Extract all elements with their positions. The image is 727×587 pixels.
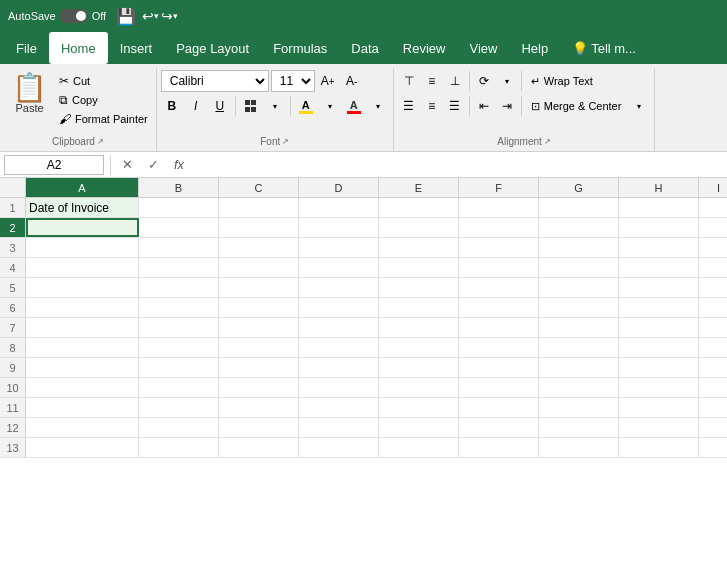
quick-access-dropdown[interactable]: ▾ bbox=[173, 11, 178, 21]
col-header-a[interactable]: A bbox=[26, 178, 139, 197]
row-num-6[interactable]: 6 bbox=[0, 298, 26, 317]
font-color-dropdown[interactable]: ▾ bbox=[367, 95, 389, 117]
row-num-10[interactable]: 10 bbox=[0, 378, 26, 397]
format-painter-button[interactable]: 🖌 Format Painter bbox=[55, 110, 152, 128]
cell-d1[interactable] bbox=[299, 198, 379, 217]
font-size-select[interactable]: 11 bbox=[271, 70, 315, 92]
cell-d2[interactable] bbox=[299, 218, 379, 237]
text-direction-btn[interactable]: ⟳ bbox=[473, 70, 495, 92]
row-num-3[interactable]: 3 bbox=[0, 238, 26, 257]
row-num-7[interactable]: 7 bbox=[0, 318, 26, 337]
merge-center-icon: ⊡ bbox=[531, 100, 540, 113]
align-center-btn[interactable]: ≡ bbox=[421, 95, 443, 117]
menu-item-tell-me[interactable]: 💡Tell m... bbox=[560, 32, 648, 64]
cell-h1[interactable] bbox=[619, 198, 699, 217]
font-expand-icon[interactable]: ↗ bbox=[282, 137, 289, 146]
undo-btn[interactable]: ↩ bbox=[142, 8, 154, 24]
wrap-text-button[interactable]: ↵ Wrap Text bbox=[525, 73, 599, 90]
name-box[interactable] bbox=[4, 155, 104, 175]
cell-g2[interactable] bbox=[539, 218, 619, 237]
paste-button[interactable]: 📋 Paste bbox=[4, 70, 55, 118]
align-middle-btn[interactable]: ≡ bbox=[421, 70, 443, 92]
redo-btn[interactable]: ↪ bbox=[161, 8, 173, 24]
col-header-c[interactable]: C bbox=[219, 178, 299, 197]
cell-c1[interactable] bbox=[219, 198, 299, 217]
row-num-12[interactable]: 12 bbox=[0, 418, 26, 437]
menu-item-file[interactable]: File bbox=[4, 32, 49, 64]
align-right-btn[interactable]: ☰ bbox=[444, 95, 466, 117]
row-num-11[interactable]: 11 bbox=[0, 398, 26, 417]
align-bottom-btn[interactable]: ⊥ bbox=[444, 70, 466, 92]
menu-item-home[interactable]: Home bbox=[49, 32, 108, 64]
row-num-8[interactable]: 8 bbox=[0, 338, 26, 357]
menu-item-review[interactable]: Review bbox=[391, 32, 458, 64]
autosave-toggle[interactable] bbox=[60, 9, 88, 23]
save-icon[interactable]: 💾 bbox=[116, 7, 136, 26]
row-num-2[interactable]: 2 bbox=[0, 218, 26, 237]
formula-confirm-icon[interactable]: ✓ bbox=[143, 157, 163, 172]
cell-i1[interactable] bbox=[699, 198, 727, 217]
font-family-select[interactable]: Calibri bbox=[161, 70, 269, 92]
align-left-btn[interactable]: ☰ bbox=[398, 95, 420, 117]
format-painter-label: Format Painter bbox=[75, 113, 148, 125]
col-header-h[interactable]: H bbox=[619, 178, 699, 197]
undo-dropdown[interactable]: ▾ bbox=[154, 11, 159, 21]
cell-e2[interactable] bbox=[379, 218, 459, 237]
col-header-d[interactable]: D bbox=[299, 178, 379, 197]
alignment-expand-icon[interactable]: ↗ bbox=[544, 137, 551, 146]
col-header-e[interactable]: E bbox=[379, 178, 459, 197]
menu-item-help[interactable]: Help bbox=[509, 32, 560, 64]
col-header-i[interactable]: I bbox=[699, 178, 727, 197]
merge-center-button[interactable]: ⊡ Merge & Center bbox=[525, 98, 628, 115]
cell-b2[interactable] bbox=[139, 218, 219, 237]
cut-button[interactable]: ✂ Cut bbox=[55, 72, 152, 90]
clipboard-expand-icon[interactable]: ↗ bbox=[97, 137, 104, 146]
border-button[interactable] bbox=[240, 95, 262, 117]
menu-item-view[interactable]: View bbox=[457, 32, 509, 64]
cell-a2[interactable] bbox=[26, 218, 139, 237]
cell-c2[interactable] bbox=[219, 218, 299, 237]
increase-font-btn[interactable]: A+ bbox=[317, 70, 339, 92]
row-num-1[interactable]: 1 bbox=[0, 198, 26, 217]
align-top-btn[interactable]: ⊤ bbox=[398, 70, 420, 92]
menu-item-insert[interactable]: Insert bbox=[108, 32, 165, 64]
formula-cancel-icon[interactable]: ✕ bbox=[117, 157, 137, 172]
menu-item-formulas[interactable]: Formulas bbox=[261, 32, 339, 64]
decrease-font-btn[interactable]: A- bbox=[341, 70, 363, 92]
copy-button[interactable]: ⧉ Copy bbox=[55, 91, 152, 109]
underline-button[interactable]: U bbox=[209, 95, 231, 117]
autosave-toggle-container[interactable]: Off bbox=[60, 9, 106, 23]
autosave-label: AutoSave bbox=[8, 10, 56, 22]
formula-fx-icon[interactable]: fx bbox=[169, 157, 189, 172]
col-header-g[interactable]: G bbox=[539, 178, 619, 197]
row-num-9[interactable]: 9 bbox=[0, 358, 26, 377]
cell-a3[interactable] bbox=[26, 238, 139, 257]
decrease-indent-btn[interactable]: ⇤ bbox=[473, 95, 495, 117]
italic-button[interactable]: I bbox=[185, 95, 207, 117]
formula-input[interactable] bbox=[193, 155, 723, 175]
cell-h2[interactable] bbox=[619, 218, 699, 237]
cell-f2[interactable] bbox=[459, 218, 539, 237]
col-header-b[interactable]: B bbox=[139, 178, 219, 197]
cell-f1[interactable] bbox=[459, 198, 539, 217]
font-color-button[interactable]: A bbox=[343, 95, 365, 117]
border-dropdown[interactable]: ▾ bbox=[264, 95, 286, 117]
menu-item-data[interactable]: Data bbox=[339, 32, 390, 64]
col-header-f[interactable]: F bbox=[459, 178, 539, 197]
alignment-content: ⊤ ≡ ⊥ ⟳ ▾ ↵ Wrap Text ☰ ≡ ☰ bbox=[398, 70, 651, 134]
cell-b1[interactable] bbox=[139, 198, 219, 217]
cell-a1[interactable]: Date of Invoice bbox=[26, 198, 139, 217]
increase-indent-btn[interactable]: ⇥ bbox=[496, 95, 518, 117]
row-num-4[interactable]: 4 bbox=[0, 258, 26, 277]
text-direction-dropdown[interactable]: ▾ bbox=[496, 70, 518, 92]
merge-dropdown[interactable]: ▾ bbox=[628, 95, 650, 117]
row-num-5[interactable]: 5 bbox=[0, 278, 26, 297]
row-num-13[interactable]: 13 bbox=[0, 438, 26, 457]
cell-i2[interactable] bbox=[699, 218, 727, 237]
bold-button[interactable]: B bbox=[161, 95, 183, 117]
highlight-button[interactable]: A bbox=[295, 95, 317, 117]
highlight-dropdown[interactable]: ▾ bbox=[319, 95, 341, 117]
menu-item-page-layout[interactable]: Page Layout bbox=[164, 32, 261, 64]
cell-e1[interactable] bbox=[379, 198, 459, 217]
cell-g1[interactable] bbox=[539, 198, 619, 217]
